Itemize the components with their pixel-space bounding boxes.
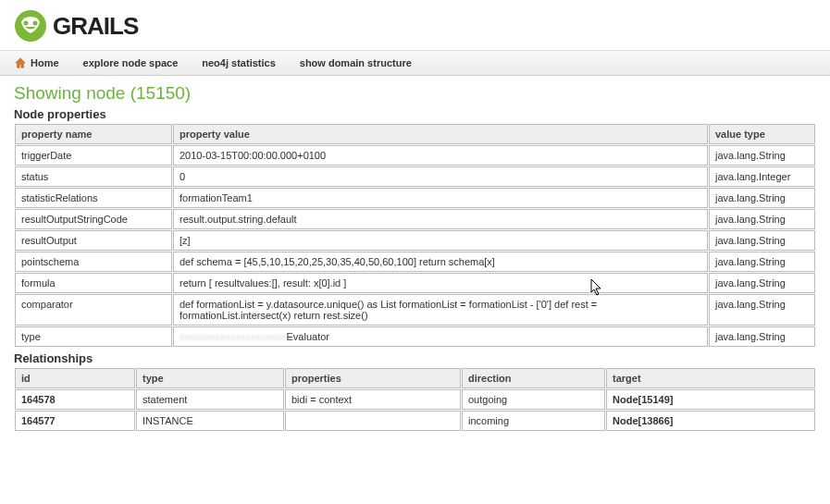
- grails-logo-icon: [14, 9, 47, 43]
- section-props-title: Node properties: [14, 107, 816, 121]
- rels-cell-props: [285, 411, 461, 431]
- props-cell-type: java.lang.String: [709, 252, 815, 272]
- svg-point-2: [33, 21, 38, 26]
- rels-cell-dir: incoming: [462, 411, 605, 431]
- section-rels-title: Relationships: [14, 351, 816, 365]
- props-cell-value: result.output.string.default: [173, 209, 708, 229]
- props-cell-name: statisticRelations: [15, 188, 172, 208]
- props-th-name: property name: [15, 124, 172, 144]
- logo-text: GRAILS: [53, 12, 138, 41]
- rels-cell-props: bidi = context: [285, 389, 461, 410]
- props-cell-type: java.lang.String: [709, 188, 815, 208]
- rels-cell-type: statement: [136, 389, 284, 410]
- props-cell-name: resultOutput: [15, 230, 172, 251]
- rels-row: 164578statementbidi = contextoutgoingNod…: [15, 389, 815, 410]
- props-row: status0java.lang.Integer: [15, 166, 815, 187]
- nav-home[interactable]: Home: [14, 56, 59, 69]
- props-cell-type: java.lang.String: [709, 273, 815, 293]
- props-cell-value: def formationList = y.datasource.unique(…: [173, 294, 708, 326]
- rels-cell-target[interactable]: Node[13866]: [606, 411, 815, 431]
- rels-th-dir: direction: [462, 368, 605, 388]
- nav-explore[interactable]: explore node space: [83, 57, 179, 68]
- rels-cell-id: 164578: [15, 389, 135, 410]
- props-cell-type: java.lang.String: [709, 209, 815, 229]
- rels-table: id type properties direction target 1645…: [14, 367, 816, 432]
- props-cell-name: formula: [15, 273, 172, 293]
- svg-point-1: [24, 21, 29, 26]
- props-row: typexxxxxxxxxxxxxxxxxxxxxEvaluatorjava.l…: [15, 326, 815, 347]
- rels-cell-type: INSTANCE: [136, 411, 284, 431]
- props-table: property name property value value type …: [14, 123, 816, 348]
- nav-stats-label: neo4j statistics: [202, 57, 275, 68]
- props-row: comparatordef formationList = y.datasour…: [15, 294, 815, 326]
- props-cell-value: 0: [173, 166, 708, 187]
- props-cell-value: xxxxxxxxxxxxxxxxxxxxxEvaluator: [173, 326, 708, 347]
- rels-row: 164577INSTANCEincomingNode[13866]: [15, 411, 815, 431]
- props-cell-name: pointschema: [15, 252, 172, 272]
- props-cell-value: def schema = [45,5,10,15,20,25,30,35,40,…: [173, 252, 708, 272]
- props-th-value: property value: [173, 124, 708, 144]
- props-cell-value: [z]: [173, 230, 708, 251]
- props-cell-type: java.lang.String: [709, 294, 815, 326]
- props-cell-name: triggerDate: [15, 145, 172, 166]
- rels-cell-dir: outgoing: [462, 389, 605, 410]
- rels-cell-target[interactable]: Node[15149]: [606, 389, 815, 410]
- rels-cell-id: 164577: [15, 411, 135, 431]
- props-row: resultOutput[z]java.lang.String: [15, 230, 815, 251]
- props-cell-name: resultOutputStringCode: [15, 209, 172, 229]
- props-cell-value: return [ resultvalues:[], result: x[0].i…: [173, 273, 708, 293]
- nav-home-label: Home: [31, 57, 59, 68]
- props-row: pointschemadef schema = [45,5,10,15,20,2…: [15, 252, 815, 272]
- nav-bar: Home explore node space neo4j statistics…: [0, 50, 830, 76]
- page-title: Showing node (15150): [14, 83, 816, 104]
- props-row: resultOutputStringCoderesult.output.stri…: [15, 209, 815, 229]
- rels-th-id: id: [15, 368, 135, 388]
- props-cell-name: comparator: [15, 294, 172, 326]
- rels-th-target: target: [606, 368, 815, 388]
- props-cell-value: formationTeam1: [173, 188, 708, 208]
- props-row: statisticRelationsformationTeam1java.lan…: [15, 188, 815, 208]
- rels-th-type: type: [136, 368, 284, 388]
- rels-th-props: properties: [285, 368, 461, 388]
- props-cell-name: type: [15, 326, 172, 347]
- props-row: formulareturn [ resultvalues:[], result:…: [15, 273, 815, 293]
- logo-bar: GRAILS: [0, 0, 830, 50]
- props-th-type: value type: [709, 124, 815, 144]
- props-cell-type: java.lang.String: [709, 326, 815, 347]
- props-cell-type: java.lang.String: [709, 230, 815, 251]
- nav-stats[interactable]: neo4j statistics: [202, 57, 275, 68]
- props-cell-type: java.lang.String: [709, 145, 815, 166]
- props-row: triggerDate2010-03-15T00:00:00.000+0100j…: [15, 145, 815, 166]
- props-cell-type: java.lang.Integer: [709, 166, 815, 187]
- home-icon: [14, 56, 27, 69]
- props-cell-value: 2010-03-15T00:00:00.000+0100: [173, 145, 708, 166]
- nav-domain-label: show domain structure: [300, 57, 412, 68]
- nav-domain[interactable]: show domain structure: [300, 57, 412, 68]
- nav-explore-label: explore node space: [83, 57, 179, 68]
- props-cell-name: status: [15, 166, 172, 187]
